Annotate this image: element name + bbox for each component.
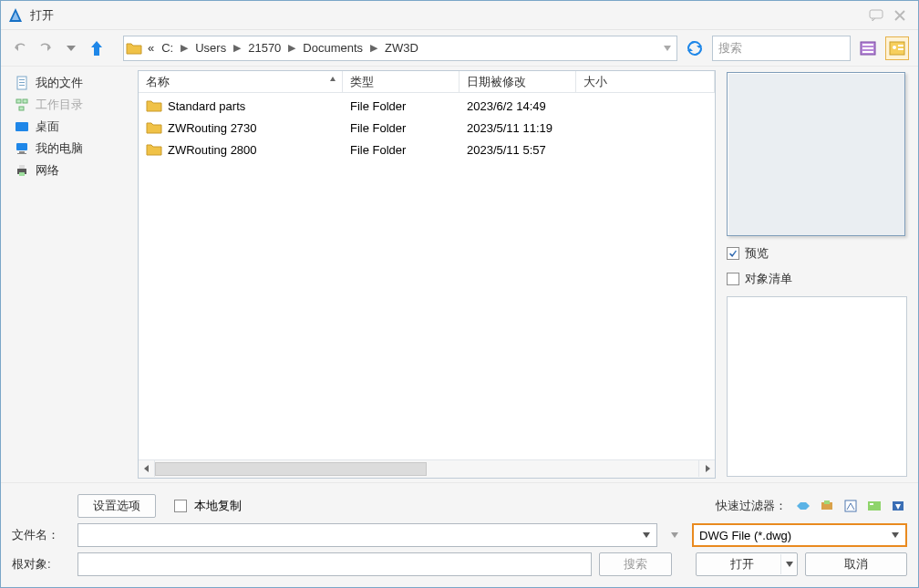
file-list[interactable]: Standard parts File Folder 2023/6/2 14:4… (139, 93, 715, 459)
filter-sketch-icon[interactable] (865, 498, 883, 514)
file-list-header: 名称 类型 日期被修改 大小 (139, 71, 715, 93)
svg-marker-6 (91, 41, 102, 56)
sidebar-network[interactable]: 网络 (1, 160, 138, 181)
svg-rect-24 (19, 107, 24, 110)
search-root-button[interactable]: 搜索 (599, 552, 672, 576)
filter-part-icon[interactable] (794, 498, 812, 514)
cancel-button[interactable]: 取消 (805, 552, 907, 576)
svg-rect-30 (19, 165, 25, 169)
svg-rect-20 (19, 82, 25, 83)
file-type-combo[interactable]: DWG File (*.dwg) (692, 523, 907, 547)
object-list-box[interactable] (727, 296, 907, 477)
svg-rect-39 (870, 503, 873, 505)
sidebar-desktop[interactable]: 桌面 (1, 116, 138, 138)
scroll-thumb[interactable] (155, 462, 427, 476)
sort-asc-icon (329, 76, 336, 83)
file-list-panel: 名称 类型 日期被修改 大小 Standard parts File Folde… (138, 70, 716, 479)
preview-checkbox-row[interactable]: 预览 (727, 245, 907, 262)
objectlist-checkbox[interactable] (727, 273, 739, 285)
folder-icon (146, 143, 162, 156)
search-placeholder: 搜索 (718, 40, 742, 57)
breadcrumb-item[interactable]: 21570 (244, 36, 284, 60)
search-input[interactable]: 搜索 (712, 36, 851, 61)
app-icon (6, 6, 25, 25)
svg-marker-42 (643, 532, 650, 538)
breadcrumb-item[interactable]: C: (158, 36, 177, 60)
document-icon (14, 76, 30, 90)
nav-back-button[interactable] (10, 38, 30, 58)
sidebar-my-computer[interactable]: 我的电脑 (1, 138, 138, 160)
svg-rect-38 (868, 501, 881, 511)
svg-marker-33 (144, 465, 149, 472)
svg-marker-44 (892, 532, 899, 538)
computer-icon (14, 141, 30, 156)
breadcrumb-dropdown[interactable] (656, 36, 676, 60)
folder-icon (146, 99, 162, 112)
scroll-right-arrow[interactable] (698, 460, 715, 477)
column-header-type[interactable]: 类型 (343, 71, 460, 92)
folder-icon (124, 42, 144, 55)
breadcrumb-item[interactable]: Documents (299, 36, 367, 60)
scroll-track[interactable] (155, 462, 698, 476)
breadcrumb-prefix[interactable]: « (144, 36, 158, 60)
chevron-down-icon[interactable] (642, 531, 651, 539)
file-row[interactable]: ZWRouting 2730 File Folder 2023/5/11 11:… (139, 117, 715, 139)
sidebar-item-label: 我的电脑 (36, 140, 83, 157)
breadcrumb-item[interactable]: ZW3D (381, 36, 422, 60)
svg-rect-25 (15, 122, 28, 131)
filter-assembly-icon[interactable] (818, 498, 836, 514)
svg-marker-34 (706, 465, 710, 472)
preview-checkbox[interactable] (727, 247, 739, 260)
quick-filter-icons (794, 498, 907, 514)
nav-forward-button[interactable] (36, 38, 56, 58)
svg-rect-27 (19, 151, 25, 153)
objectlist-checkbox-row[interactable]: 对象清单 (727, 271, 907, 287)
view-mode-preview-button[interactable] (885, 36, 909, 60)
breadcrumb-item[interactable]: Users (191, 36, 230, 60)
local-copy-checkbox[interactable] (174, 500, 187, 512)
filename-dropdown-extra[interactable] (665, 525, 685, 545)
breadcrumb-bar[interactable]: « C: ▶ Users ▶ 21570 ▶ Documents ▶ ZW3D (123, 36, 677, 61)
nav-recent-dropdown[interactable] (61, 38, 81, 58)
filter-drawing-icon[interactable] (842, 498, 860, 514)
horizontal-scrollbar[interactable] (139, 459, 715, 478)
file-type-value: DWG File (*.dwg) (699, 529, 791, 542)
svg-rect-2 (870, 10, 883, 18)
column-header-size[interactable]: 大小 (576, 71, 715, 92)
close-icon[interactable] (889, 6, 911, 25)
open-button-dropdown[interactable] (780, 554, 797, 574)
sidebar-my-files[interactable]: 我的文件 (1, 72, 138, 94)
svg-marker-45 (786, 562, 793, 567)
sidebar-item-label: 桌面 (36, 119, 59, 135)
root-object-input[interactable] (77, 552, 592, 576)
svg-rect-31 (19, 172, 25, 176)
desktop-icon (14, 119, 30, 134)
svg-rect-26 (16, 143, 27, 150)
preview-label: 预览 (745, 245, 769, 262)
open-button[interactable]: 打开 (696, 552, 798, 576)
svg-marker-5 (67, 46, 76, 51)
file-name: Standard parts (168, 99, 245, 113)
chevron-right-icon: ▶ (367, 42, 381, 54)
settings-button[interactable]: 设置选项 (77, 494, 156, 518)
view-mode-list-button[interactable] (856, 36, 880, 60)
scroll-left-arrow[interactable] (139, 460, 155, 477)
column-header-date[interactable]: 日期被修改 (460, 71, 576, 92)
svg-marker-7 (664, 46, 671, 51)
filter-cam-icon[interactable] (889, 498, 907, 514)
column-header-name[interactable]: 名称 (139, 71, 343, 92)
nav-up-button[interactable] (87, 38, 107, 58)
refresh-button[interactable] (683, 36, 707, 60)
svg-marker-43 (671, 532, 678, 538)
file-row[interactable]: ZWRouting 2800 File Folder 2023/5/11 5:5… (139, 139, 715, 160)
svg-rect-13 (862, 51, 873, 53)
sidebar-item-label: 网络 (36, 162, 59, 179)
svg-point-15 (893, 46, 896, 49)
file-type: File Folder (343, 143, 460, 157)
quick-filter-label: 快速过滤器： (716, 498, 787, 514)
chevron-down-icon[interactable] (891, 531, 900, 539)
printer-icon (14, 163, 30, 178)
filename-input[interactable] (77, 523, 657, 547)
file-row[interactable]: Standard parts File Folder 2023/6/2 14:4… (139, 95, 715, 117)
feedback-icon[interactable] (865, 6, 887, 25)
